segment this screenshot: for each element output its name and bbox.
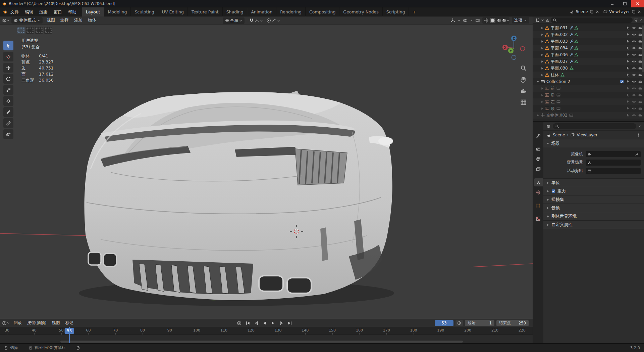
chevron-down-icon[interactable] (458, 19, 461, 22)
expand-arrow-icon[interactable] (540, 100, 545, 103)
outliner-row[interactable]: 空物体.002 (533, 112, 644, 119)
outliner-row[interactable]: 顶 (533, 105, 644, 112)
ortho-grid-icon[interactable] (520, 99, 527, 105)
expand-arrow-icon[interactable] (540, 53, 545, 56)
expand-arrow-icon[interactable] (540, 67, 545, 70)
expand-arrow-icon[interactable] (540, 87, 545, 90)
add-workspace-button[interactable]: + (409, 7, 419, 16)
panel-header-1[interactable]: 单位 (543, 179, 644, 187)
timeline-menu-0[interactable]: 回放 (11, 320, 24, 326)
timeline-track-area[interactable] (0, 335, 533, 344)
select-mode-0[interactable] (17, 27, 25, 34)
xray-toggle-icon[interactable] (475, 18, 480, 23)
select-mode-3[interactable] (44, 27, 52, 34)
breadcrumb-viewlayer[interactable]: ViewLayer (577, 133, 597, 137)
tool-add-cube[interactable] (3, 129, 13, 139)
outliner-search[interactable] (551, 17, 633, 23)
workspace-tab-sculpting[interactable]: Sculpting (131, 7, 158, 16)
camera-view-icon[interactable] (520, 88, 527, 94)
tool-measure[interactable] (3, 118, 13, 128)
minimize-button[interactable] (606, 0, 619, 7)
shading-wireframe-button[interactable] (484, 18, 489, 23)
unlink-scene-icon[interactable] (595, 10, 599, 14)
panel-header-3[interactable]: 插帧集 (543, 195, 644, 204)
workspace-tab-shading[interactable]: Shading (223, 7, 248, 16)
viewport-3d[interactable]: 用户透视 (53) 集合 物体0/41顶点23,327边40,751面17,61… (0, 25, 533, 319)
pin-icon[interactable] (637, 133, 641, 137)
expand-arrow-icon[interactable] (540, 47, 545, 50)
auto-keying-icon[interactable] (237, 321, 241, 325)
mode-dropdown[interactable]: 物体模式 (11, 17, 43, 24)
jump-end-button[interactable] (286, 320, 294, 326)
workspace-tab-layout[interactable]: Layout (82, 7, 104, 16)
new-scene-icon[interactable] (590, 10, 594, 14)
outliner-scrollbar[interactable] (642, 25, 644, 72)
properties-search[interactable] (553, 123, 636, 129)
timeline-menu-3[interactable]: 标记 (62, 320, 76, 326)
key-next-button[interactable] (277, 320, 285, 326)
display-mode-icon[interactable] (545, 18, 549, 22)
workspace-tab-geometry-nodes[interactable]: Geometry Nodes (339, 7, 382, 16)
panel-header-2[interactable]: 重力 (543, 187, 644, 195)
workspace-tab-texture-paint[interactable]: Texture Paint (188, 7, 223, 16)
chevron-down-icon[interactable] (470, 19, 473, 22)
maximize-button[interactable] (619, 0, 631, 7)
navigation-gizmo[interactable]: Z X Y (500, 34, 528, 62)
outliner-search-input[interactable] (558, 18, 631, 23)
properties-tab-texture[interactable] (534, 215, 543, 223)
properties-search-input[interactable] (561, 124, 634, 129)
snap-toggle[interactable] (249, 18, 263, 23)
outliner-row[interactable]: 平面.031 (533, 25, 644, 31)
car-model[interactable] (84, 91, 393, 300)
preview-range-button[interactable] (455, 320, 463, 326)
blender-menu-logo-icon[interactable] (3, 9, 7, 14)
new-viewlayer-icon[interactable] (632, 10, 636, 14)
outliner-row[interactable]: 平面.037 (533, 58, 644, 65)
options-dropdown[interactable]: 选项 (512, 17, 529, 24)
expand-arrow-icon[interactable] (540, 94, 545, 97)
workspace-tab-animation[interactable]: Animation (247, 7, 276, 16)
current-frame-field[interactable]: 53 (435, 320, 453, 326)
play-button[interactable] (269, 320, 277, 326)
menu-0[interactable]: 文件 (7, 7, 22, 16)
tool-scale[interactable] (3, 85, 13, 95)
frame-end-field[interactable]: 结束点250 (496, 320, 529, 326)
properties-tab-render[interactable] (534, 145, 543, 153)
tool-cursor[interactable] (3, 52, 13, 61)
editor-type-properties-icon[interactable] (546, 124, 551, 129)
outliner-row[interactable]: Collection 2 (533, 78, 644, 85)
menu-2[interactable]: 渲染 (36, 7, 51, 16)
outliner-row[interactable]: 平面.032 (533, 31, 644, 38)
panel-header-5[interactable]: 刚体世界环境 (543, 212, 644, 220)
play-rev-button[interactable] (261, 320, 269, 326)
timeline-menu-2[interactable]: 视图 (49, 320, 62, 326)
show-overlays-icon[interactable] (463, 18, 468, 23)
menu-3[interactable]: 窗口 (51, 7, 65, 16)
outliner-row[interactable]: 平面.033 (533, 38, 644, 45)
viewport-menu-3[interactable]: 物体 (85, 17, 99, 23)
key-prev-button[interactable] (252, 320, 260, 326)
workspace-tab-compositing[interactable]: Compositing (306, 7, 339, 16)
select-mode-1[interactable] (26, 27, 34, 34)
shading-rendered-button[interactable] (503, 18, 508, 23)
editor-type-timeline-icon[interactable] (2, 321, 7, 325)
properties-tab-tool[interactable] (534, 132, 543, 140)
tool-box-select[interactable] (3, 41, 13, 50)
proportional-edit-toggle[interactable] (266, 18, 280, 23)
outliner-row[interactable]: 柱体 (533, 72, 644, 78)
expand-arrow-icon[interactable] (540, 27, 545, 30)
timeline-scrollbar[interactable] (60, 341, 463, 343)
viewport-menu-2[interactable]: 添加 (71, 17, 85, 23)
shading-material-button[interactable] (496, 18, 502, 23)
properties-tab-output[interactable] (534, 155, 543, 163)
tool-move[interactable] (3, 63, 13, 73)
panel-header-0[interactable]: 场景 (543, 139, 644, 147)
workspace-tab-rendering[interactable]: Rendering (276, 7, 306, 16)
field-input-0-0[interactable] (586, 151, 641, 157)
properties-tab-world[interactable] (534, 188, 543, 196)
field-input-0-2[interactable] (586, 168, 641, 174)
expand-arrow-icon[interactable] (540, 74, 545, 77)
frame-start-field[interactable]: 起始1 (465, 320, 494, 326)
viewport-menu-1[interactable]: 选择 (58, 17, 71, 23)
tool-annotate[interactable] (3, 107, 13, 117)
